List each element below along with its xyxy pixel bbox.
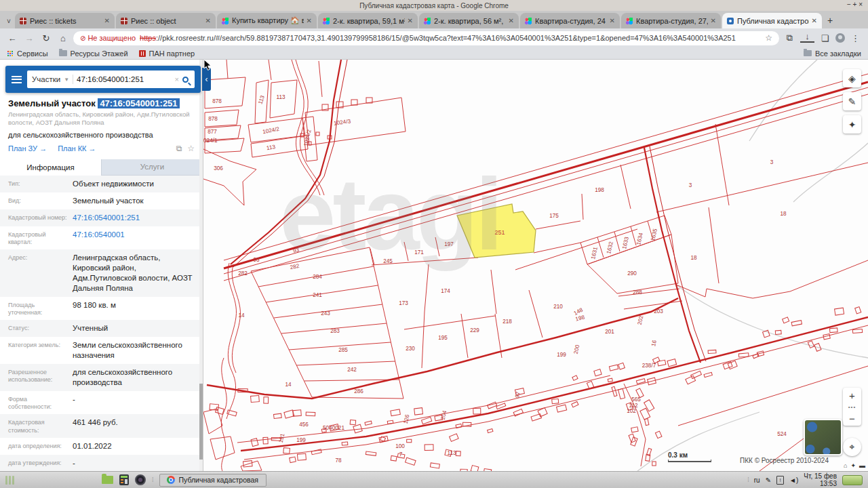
menu-kebab-icon[interactable]: ⋮ (848, 33, 863, 43)
download-icon[interactable]: ↓ (800, 33, 814, 43)
parcel-label-241: 241 (313, 292, 322, 298)
scrollbar-thumb[interactable] (199, 384, 203, 460)
clear-icon[interactable]: × (175, 75, 179, 83)
parcel-label-230: 230 (406, 346, 415, 352)
parcel-label-191: 191 (278, 432, 286, 443)
address-bar[interactable]: ⊘ Не защищено https://pkk.rosreestr.ru/#… (73, 31, 779, 45)
browser-tab[interactable]: Риес :: tickets✕ (15, 13, 115, 28)
start-menu-icon[interactable] (5, 476, 14, 485)
split-view-icon[interactable]: ❏ (818, 33, 832, 43)
zoom-more-button[interactable]: ••• (843, 403, 861, 411)
parcel-lines (203, 60, 868, 471)
bookmark-item[interactable]: Ресурсы Этажей (59, 49, 128, 58)
info-value-link[interactable]: 47:16:0540001 (73, 230, 203, 247)
new-tab-button[interactable]: + (823, 15, 838, 28)
tab-close-icon[interactable]: ✕ (307, 17, 312, 24)
parcel-label-290: 290 (627, 270, 637, 277)
basemap-thumbnail[interactable] (804, 419, 842, 455)
pen-icon[interactable]: ✎ (766, 476, 771, 484)
parcel-label-5040021: 5040021 (323, 425, 344, 431)
search-widget: Участки ▼ 47:16:0540001:251 × (5, 66, 201, 93)
parcel-labels: 8781131138788771024/11024/21024/21131024… (203, 94, 787, 464)
tab-search-chevron-icon[interactable]: ˅ (3, 18, 15, 28)
identify-button[interactable]: ✦ (843, 115, 861, 134)
clipboard-icon[interactable]: ! (776, 476, 784, 485)
tab-close-icon[interactable]: ✕ (509, 17, 514, 24)
search-input[interactable]: 47:16:0540001:251 (77, 75, 171, 83)
tab-services[interactable]: Услуги (101, 159, 203, 176)
feedback-icon[interactable]: ⧉ (176, 144, 182, 153)
calculator-icon[interactable] (119, 474, 129, 485)
tab-strip: ˅ Риес :: tickets✕Риес :: object✕Купить … (0, 11, 868, 28)
tab-close-icon[interactable]: ✕ (711, 17, 716, 24)
geolocate-button[interactable]: ⌖ (843, 438, 861, 456)
parcel-label-218: 218 (502, 319, 512, 325)
bookmarks-bar: СервисыРесурсы ЭтажейПАН партнер Все зак… (0, 47, 868, 60)
media-icon[interactable] (135, 474, 146, 485)
volume-icon[interactable]: ◄) (789, 476, 798, 484)
all-bookmarks-button[interactable]: Все закладки (804, 49, 861, 58)
bookmark-item[interactable]: ПАН партнер (139, 49, 195, 58)
info-label: Вид: (8, 196, 73, 206)
mouse-cursor (203, 60, 213, 72)
home-icon[interactable]: ⌂ (844, 462, 847, 469)
clock[interactable]: Чт, 15 фев13:53 (804, 472, 837, 487)
parcel-label-199: 199 (557, 352, 566, 358)
parcel-label-524: 524 (777, 431, 787, 437)
plan-zu-link[interactable]: План ЗУ → (8, 144, 47, 152)
browser-tab[interactable]: Квартира-студия, 24 м²,✕ (520, 13, 620, 28)
chevron-down-icon[interactable]: ▼ (64, 77, 69, 83)
browser-tab[interactable]: 2-к. квартира, 59,1 м², 5/✕ (318, 13, 418, 28)
bookmark-star-icon[interactable]: ☆ (765, 33, 772, 43)
security-badge[interactable]: ⊘ Не защищено (80, 34, 136, 42)
search-field[interactable]: Участки ▼ 47:16:0540001:251 × (27, 70, 195, 88)
browser-tab[interactable]: Купить квартиру 🏠 в Са✕ (217, 13, 317, 28)
result-location: Ленинградская область, Кировский район, … (8, 110, 195, 127)
layers-button[interactable]: ◈ (843, 69, 861, 87)
favorite-star-icon[interactable]: ☆ (187, 144, 195, 153)
image-icon[interactable]: ▬ (859, 462, 865, 469)
reload-button[interactable]: ↻ (39, 33, 53, 43)
parcel-label-877: 877 (208, 129, 217, 135)
tab-close-icon[interactable]: ✕ (408, 17, 413, 24)
zoom-out-button[interactable]: − (843, 411, 861, 426)
profile-avatar[interactable] (835, 33, 845, 43)
forward-button[interactable]: → (22, 33, 36, 43)
extensions-icon[interactable]: ⧉ (783, 33, 797, 43)
browser-tab[interactable]: Квартира-студия, 27,6 м✕ (621, 13, 721, 28)
browser-tab[interactable]: Риес :: object✕ (116, 13, 216, 28)
info-value: Объект недвижимости (73, 179, 203, 189)
show-desktop-button[interactable] (842, 475, 863, 485)
search-icon[interactable] (182, 77, 189, 83)
map-canvas[interactable]: 8781131138788771024/11024/21024/21131024… (203, 60, 868, 471)
tab-close-icon[interactable]: ✕ (812, 17, 817, 24)
info-label: Разрешенное использование: (8, 367, 73, 388)
bookmark-item[interactable]: Сервисы (7, 49, 48, 58)
plan-kk-link[interactable]: План КК → (58, 144, 96, 152)
back-button[interactable]: ← (5, 33, 19, 43)
tab-close-icon[interactable]: ✕ (104, 17, 110, 24)
info-value-link[interactable]: 47:16:0540001:251 (73, 213, 203, 223)
search-category[interactable]: Участки (32, 75, 60, 83)
avito-favicon (323, 18, 330, 24)
parcel-label-1632: 1632 (606, 241, 614, 254)
cadastral-map[interactable]: 8781131138788771024/11024/21024/21131024… (203, 60, 868, 471)
avito-favicon (424, 18, 431, 24)
parcel-label-201: 201 (605, 329, 614, 335)
tab-close-icon[interactable]: ✕ (610, 17, 615, 24)
browser-tab[interactable]: 2-к. квартира, 56 м², 16/✕ (419, 13, 519, 28)
sidebar-scrollbar[interactable] (199, 60, 203, 471)
files-icon[interactable] (102, 476, 113, 484)
home-button[interactable]: ⌂ (56, 33, 70, 43)
browser-tab[interactable]: Публичная кадастрова...✕ (722, 13, 822, 28)
window-controls[interactable]: − + × (847, 1, 863, 8)
star-small-icon[interactable]: ✦ (850, 462, 856, 469)
zoom-in-button[interactable]: + (843, 388, 861, 403)
active-window-button[interactable]: Публичная кадастровая ... (159, 474, 267, 487)
tab-information[interactable]: Информация (0, 159, 101, 176)
keyboard-layout[interactable]: ru (754, 476, 760, 484)
measure-button[interactable]: ✎ (843, 92, 861, 110)
menu-burger-icon[interactable] (12, 76, 22, 83)
parcel-label-3: 3 (689, 182, 692, 188)
tab-close-icon[interactable]: ✕ (205, 17, 211, 24)
